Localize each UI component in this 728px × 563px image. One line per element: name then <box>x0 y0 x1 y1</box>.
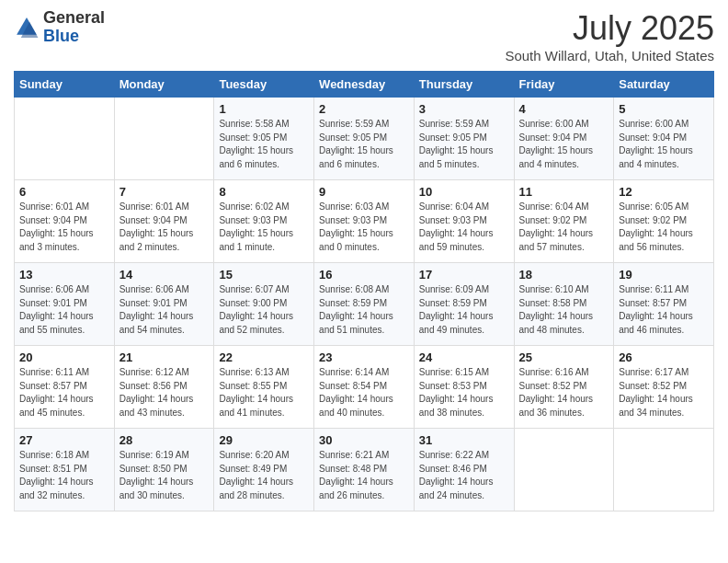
calendar-cell <box>614 429 714 511</box>
calendar-cell: 13Sunrise: 6:06 AM Sunset: 9:01 PM Dayli… <box>15 263 115 346</box>
calendar-cell: 31Sunrise: 6:22 AM Sunset: 8:46 PM Dayli… <box>414 429 514 511</box>
subtitle: South Willard, Utah, United States <box>505 48 714 63</box>
calendar-cell <box>15 98 115 180</box>
day-number: 28 <box>119 433 210 447</box>
day-info: Sunrise: 6:04 AM Sunset: 9:02 PM Dayligh… <box>519 201 609 254</box>
calendar-cell: 17Sunrise: 6:09 AM Sunset: 8:59 PM Dayli… <box>414 263 514 346</box>
day-info: Sunrise: 6:18 AM Sunset: 8:51 PM Dayligh… <box>19 449 109 502</box>
calendar-cell: 7Sunrise: 6:01 AM Sunset: 9:04 PM Daylig… <box>114 180 214 263</box>
logo-general: General <box>43 9 105 28</box>
weekday-header: Thursday <box>414 72 514 98</box>
day-info: Sunrise: 6:17 AM Sunset: 8:52 PM Dayligh… <box>619 366 709 419</box>
logo-text: General Blue <box>43 9 105 46</box>
weekday-header: Monday <box>114 72 214 98</box>
logo-icon <box>14 15 40 40</box>
day-info: Sunrise: 6:12 AM Sunset: 8:56 PM Dayligh… <box>119 366 210 419</box>
weekday-header-row: SundayMondayTuesdayWednesdayThursdayFrid… <box>15 72 714 98</box>
day-number: 5 <box>619 102 709 116</box>
logo: General Blue <box>14 9 105 46</box>
day-info: Sunrise: 6:07 AM Sunset: 9:00 PM Dayligh… <box>219 283 309 337</box>
day-info: Sunrise: 6:03 AM Sunset: 9:03 PM Dayligh… <box>319 201 409 254</box>
day-number: 17 <box>419 268 509 282</box>
day-info: Sunrise: 5:59 AM Sunset: 9:05 PM Dayligh… <box>319 118 409 171</box>
day-info: Sunrise: 6:06 AM Sunset: 9:01 PM Dayligh… <box>119 283 210 337</box>
day-number: 26 <box>619 350 709 364</box>
calendar-cell: 10Sunrise: 6:04 AM Sunset: 9:03 PM Dayli… <box>414 180 514 263</box>
day-number: 22 <box>219 350 309 364</box>
day-number: 6 <box>19 185 109 199</box>
day-info: Sunrise: 6:01 AM Sunset: 9:04 PM Dayligh… <box>19 201 109 254</box>
calendar-cell: 24Sunrise: 6:15 AM Sunset: 8:53 PM Dayli… <box>414 346 514 429</box>
calendar-week-row: 20Sunrise: 6:11 AM Sunset: 8:57 PM Dayli… <box>15 346 714 429</box>
day-number: 23 <box>319 350 409 364</box>
day-info: Sunrise: 6:11 AM Sunset: 8:57 PM Dayligh… <box>19 366 109 419</box>
calendar-cell: 30Sunrise: 6:21 AM Sunset: 8:48 PM Dayli… <box>314 429 415 511</box>
day-info: Sunrise: 6:15 AM Sunset: 8:53 PM Dayligh… <box>419 366 509 419</box>
calendar-week-row: 27Sunrise: 6:18 AM Sunset: 8:51 PM Dayli… <box>15 429 714 511</box>
day-number: 29 <box>219 433 309 447</box>
day-number: 30 <box>319 433 409 447</box>
day-number: 1 <box>219 102 309 116</box>
day-info: Sunrise: 6:05 AM Sunset: 9:02 PM Dayligh… <box>619 201 709 254</box>
day-number: 16 <box>319 268 409 282</box>
day-info: Sunrise: 6:14 AM Sunset: 8:54 PM Dayligh… <box>319 366 409 419</box>
calendar-cell: 26Sunrise: 6:17 AM Sunset: 8:52 PM Dayli… <box>614 346 714 429</box>
calendar-cell: 28Sunrise: 6:19 AM Sunset: 8:50 PM Dayli… <box>114 429 214 511</box>
calendar-cell: 23Sunrise: 6:14 AM Sunset: 8:54 PM Dayli… <box>314 346 415 429</box>
day-number: 7 <box>119 185 210 199</box>
weekday-header: Saturday <box>614 72 714 98</box>
day-number: 20 <box>19 350 109 364</box>
day-info: Sunrise: 6:19 AM Sunset: 8:50 PM Dayligh… <box>119 449 210 502</box>
day-info: Sunrise: 5:59 AM Sunset: 9:05 PM Dayligh… <box>419 118 509 171</box>
day-number: 24 <box>419 350 509 364</box>
calendar-cell: 29Sunrise: 6:20 AM Sunset: 8:49 PM Dayli… <box>214 429 314 511</box>
calendar-cell: 2Sunrise: 5:59 AM Sunset: 9:05 PM Daylig… <box>314 98 415 180</box>
calendar-cell: 25Sunrise: 6:16 AM Sunset: 8:52 PM Dayli… <box>514 346 614 429</box>
logo-blue: Blue <box>43 28 105 46</box>
day-number: 13 <box>19 268 109 282</box>
calendar-cell: 3Sunrise: 5:59 AM Sunset: 9:05 PM Daylig… <box>414 98 514 180</box>
day-number: 19 <box>619 268 709 282</box>
day-number: 27 <box>19 433 109 447</box>
day-info: Sunrise: 6:01 AM Sunset: 9:04 PM Dayligh… <box>119 201 210 254</box>
calendar-table: SundayMondayTuesdayWednesdayThursdayFrid… <box>14 71 714 511</box>
day-info: Sunrise: 6:04 AM Sunset: 9:03 PM Dayligh… <box>419 201 509 254</box>
calendar-cell: 9Sunrise: 6:03 AM Sunset: 9:03 PM Daylig… <box>314 180 415 263</box>
weekday-header: Sunday <box>15 72 115 98</box>
day-info: Sunrise: 6:10 AM Sunset: 8:58 PM Dayligh… <box>519 283 609 337</box>
calendar-cell: 12Sunrise: 6:05 AM Sunset: 9:02 PM Dayli… <box>614 180 714 263</box>
calendar-cell: 6Sunrise: 6:01 AM Sunset: 9:04 PM Daylig… <box>15 180 115 263</box>
calendar-cell <box>514 429 614 511</box>
day-info: Sunrise: 6:02 AM Sunset: 9:03 PM Dayligh… <box>219 201 309 254</box>
calendar-cell: 19Sunrise: 6:11 AM Sunset: 8:57 PM Dayli… <box>614 263 714 346</box>
day-info: Sunrise: 6:00 AM Sunset: 9:04 PM Dayligh… <box>519 118 609 171</box>
day-number: 25 <box>519 350 609 364</box>
weekday-header: Tuesday <box>214 72 314 98</box>
calendar-cell: 15Sunrise: 6:07 AM Sunset: 9:00 PM Dayli… <box>214 263 314 346</box>
day-info: Sunrise: 6:11 AM Sunset: 8:57 PM Dayligh… <box>619 283 709 337</box>
calendar-week-row: 6Sunrise: 6:01 AM Sunset: 9:04 PM Daylig… <box>15 180 714 263</box>
day-number: 12 <box>619 185 709 199</box>
calendar-cell: 21Sunrise: 6:12 AM Sunset: 8:56 PM Dayli… <box>114 346 214 429</box>
day-number: 18 <box>519 268 609 282</box>
day-number: 4 <box>519 102 609 116</box>
day-info: Sunrise: 6:21 AM Sunset: 8:48 PM Dayligh… <box>319 449 409 502</box>
calendar-cell: 14Sunrise: 6:06 AM Sunset: 9:01 PM Dayli… <box>114 263 214 346</box>
page-header: General Blue July 2025 South Willard, Ut… <box>14 9 714 63</box>
calendar-cell: 18Sunrise: 6:10 AM Sunset: 8:58 PM Dayli… <box>514 263 614 346</box>
day-info: Sunrise: 6:09 AM Sunset: 8:59 PM Dayligh… <box>419 283 509 337</box>
weekday-header: Friday <box>514 72 614 98</box>
calendar-cell: 27Sunrise: 6:18 AM Sunset: 8:51 PM Dayli… <box>15 429 115 511</box>
calendar-cell: 8Sunrise: 6:02 AM Sunset: 9:03 PM Daylig… <box>214 180 314 263</box>
calendar-cell: 11Sunrise: 6:04 AM Sunset: 9:02 PM Dayli… <box>514 180 614 263</box>
day-info: Sunrise: 6:08 AM Sunset: 8:59 PM Dayligh… <box>319 283 409 337</box>
day-info: Sunrise: 6:22 AM Sunset: 8:46 PM Dayligh… <box>419 449 509 502</box>
weekday-header: Wednesday <box>314 72 415 98</box>
day-number: 8 <box>219 185 309 199</box>
calendar-cell: 5Sunrise: 6:00 AM Sunset: 9:04 PM Daylig… <box>614 98 714 180</box>
calendar-week-row: 1Sunrise: 5:58 AM Sunset: 9:05 PM Daylig… <box>15 98 714 180</box>
day-number: 3 <box>419 102 509 116</box>
calendar-cell: 20Sunrise: 6:11 AM Sunset: 8:57 PM Dayli… <box>15 346 115 429</box>
main-title: July 2025 <box>505 9 714 48</box>
day-info: Sunrise: 6:20 AM Sunset: 8:49 PM Dayligh… <box>219 449 309 502</box>
